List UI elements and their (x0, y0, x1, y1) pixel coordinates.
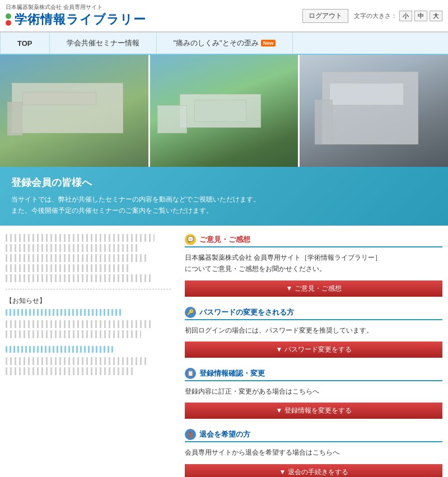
main-content: 【お知らせ】 💬 ご意見・ご感想 日本臓器製薬株式会社 会員専用サイト［学術情報… (0, 226, 448, 477)
logo-icon (6, 13, 11, 26)
welcome-line1: 当サイトでは、弊社が共催したセミナーの内容を動画などでご視聴いただけます。 (11, 194, 437, 205)
feedback-body: 日本臓器製薬株式会社 会員専用サイト［学術情報ライブラリー］ についてご意見・ご… (185, 252, 442, 275)
nav-item-pain[interactable]: "痛みのしくみ"とその歪み New (157, 32, 293, 54)
font-size-control: 文字の大きさ： 小 中 大 (354, 11, 442, 21)
profile-button[interactable]: 登録情報を変更をする (185, 403, 442, 419)
profile-section: 📋 登録情報確認・変更 登録内容に訂正・変更がある場合はこちらへ 登録情報を変更… (185, 368, 442, 419)
logo-main: 学術情報ライブラリー (6, 11, 146, 28)
password-title: パスワードの変更をされる方 (199, 307, 294, 317)
withdraw-body: 会員専用サイトから退会を希望する場合はこちらへ (185, 447, 442, 458)
password-section: 🔑 パスワードの変更をされる方 初回ログインの場合には、パスワード変更を推奨して… (185, 307, 442, 358)
site-title: 学術情報ライブラリー (15, 11, 146, 28)
fontsize-small-button[interactable]: 小 (399, 11, 412, 21)
right-column: 💬 ご意見・ご感想 日本臓器製薬株式会社 会員専用サイト［学術情報ライブラリー］… (179, 234, 442, 477)
nav-item-top[interactable]: TOP (0, 32, 50, 54)
profile-header: 📋 登録情報確認・変更 (185, 368, 442, 381)
feedback-title: ご意見・ご感想 (199, 235, 250, 245)
welcome-line2: また、今後開催予定の共催セミナーのご案内をご覧いただけます。 (11, 205, 437, 216)
withdraw-header: 🚪 退会を希望の方 (185, 429, 442, 442)
password-button[interactable]: パスワード変更をする (185, 342, 442, 358)
hero-image-center (148, 55, 298, 167)
building-center (150, 55, 298, 167)
fontsize-medium-button[interactable]: 中 (414, 11, 427, 21)
feedback-icon: 💬 (185, 234, 196, 245)
nav-seminar-label: 学会共催セミナー情報 (67, 38, 139, 48)
fontsize-label: 文字の大きさ： (354, 12, 397, 20)
header-controls: ログアウト 文字の大きさ： 小 中 大 (302, 9, 442, 23)
dot-green (6, 13, 11, 19)
notice-label: 【お知らせ】 (6, 296, 171, 306)
feedback-body2: についてご意見・ご感想をお聞かせください。 (185, 265, 326, 273)
withdraw-section: 🚪 退会を希望の方 会員専用サイトから退会を希望する場合はこちらへ 退会の手続き… (185, 429, 442, 477)
site-header: 日本臓器製薬株式会社 会員専用サイト 学術情報ライブラリー ログアウト 文字の大… (0, 0, 448, 32)
feedback-body1: 日本臓器製薬株式会社 会員専用サイト［学術情報ライブラリー］ (185, 254, 381, 261)
nav-item-seminar[interactable]: 学会共催セミナー情報 (50, 32, 157, 54)
feedback-header: 💬 ご意見・ご感想 (185, 234, 442, 247)
dot-red (6, 20, 11, 26)
left-divider (6, 289, 171, 289)
nav-pain-label: "痛みのしくみ"とその歪み (174, 38, 259, 48)
welcome-heading: 登録会員の皆様へ (11, 176, 437, 189)
withdraw-button[interactable]: 退会の手続きをする (185, 464, 442, 477)
password-icon: 🔑 (185, 307, 196, 318)
blurred-content-1 (6, 234, 171, 282)
fontsize-large-button[interactable]: 大 (430, 11, 442, 21)
hero-image-right (298, 55, 448, 167)
left-column: 【お知らせ】 (6, 234, 179, 477)
password-body: 初回ログインの場合には、パスワード変更を推奨しています。 (185, 325, 442, 336)
building-left (0, 55, 148, 167)
building-right (300, 55, 448, 167)
logout-button[interactable]: ログアウト (302, 9, 348, 23)
feedback-button[interactable]: ご意見・ご感想 (185, 280, 442, 297)
welcome-section: 登録会員の皆様へ 当サイトでは、弊社が共催したセミナーの内容を動画などでご視聴い… (0, 167, 448, 226)
withdraw-icon: 🚪 (185, 429, 196, 440)
profile-body: 登録内容に訂正・変更がある場合はこちらへ (185, 386, 442, 397)
blurred-content-2 (6, 309, 171, 375)
feedback-section: 💬 ご意見・ご感想 日本臓器製薬株式会社 会員専用サイト［学術情報ライブラリー］… (185, 234, 442, 297)
hero-image-left (0, 55, 148, 167)
profile-title: 登録情報確認・変更 (199, 368, 265, 378)
hero-banner (0, 55, 448, 167)
new-badge: New (261, 40, 276, 46)
profile-icon: 📋 (185, 368, 196, 379)
main-nav: TOP 学会共催セミナー情報 "痛みのしくみ"とその歪み New (0, 32, 448, 55)
logo-area: 日本臓器製薬株式会社 会員専用サイト 学術情報ライブラリー (6, 3, 146, 28)
password-header: 🔑 パスワードの変更をされる方 (185, 307, 442, 320)
nav-top-label: TOP (17, 39, 32, 48)
company-name: 日本臓器製薬株式会社 会員専用サイト (6, 3, 146, 11)
withdraw-title: 退会を希望の方 (199, 429, 250, 439)
